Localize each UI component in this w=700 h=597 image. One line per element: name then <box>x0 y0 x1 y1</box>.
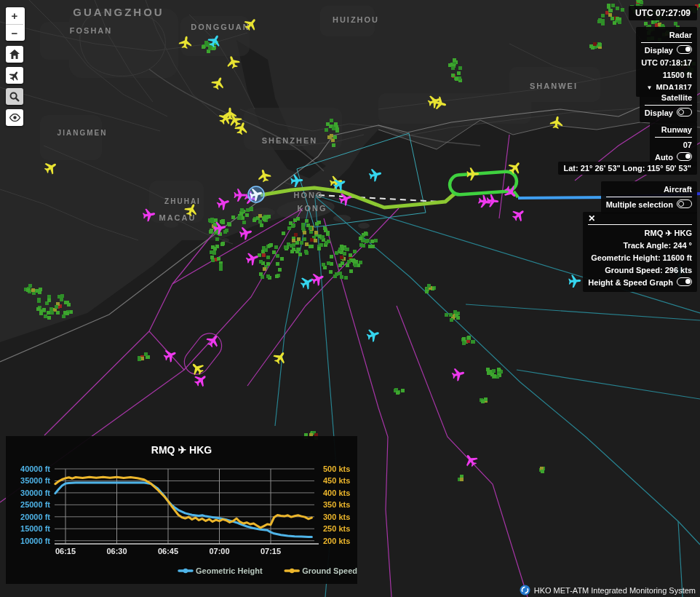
left-axis-tick: 10000 ft <box>20 537 50 545</box>
x-axis-tick: 06:45 <box>158 547 178 556</box>
search-icon <box>9 92 20 102</box>
zoom-out-button[interactable]: − <box>6 24 23 41</box>
multiple-selection-toggle-row[interactable]: Multiple selection <box>606 199 692 211</box>
eye-icon <box>9 114 20 122</box>
left-axis-tick: 30000 ft <box>20 489 50 497</box>
utc-clock: UTC 07:27:09 <box>629 6 697 20</box>
city-label: ZHUHAI <box>164 197 201 205</box>
radar-panel-title: Radar <box>641 29 692 43</box>
x-axis-tick: 06:15 <box>55 547 76 556</box>
height-speed-chart: RMQ ✈ HKG40000 ft500 kts35000 ft450 kts3… <box>6 436 357 584</box>
left-axis-tick: 35000 ft <box>20 476 50 485</box>
left-axis-tick: 40000 ft <box>20 464 50 473</box>
left-axis-tick: 20000 ft <box>20 513 50 521</box>
legend-item[interactable]: Geometric Height <box>179 566 263 575</box>
right-axis-tick: 250 kts <box>323 524 350 533</box>
home-button[interactable] <box>6 46 23 63</box>
right-axis-tick: 400 kts <box>323 489 350 497</box>
height-speed-graph-toggle[interactable] <box>677 277 692 286</box>
hko-logo-icon <box>520 585 530 596</box>
track-blue <box>518 197 610 198</box>
zoom-in-button[interactable]: + <box>6 7 23 24</box>
airplane-icon <box>9 70 20 82</box>
graph-toggle-row[interactable]: Height & Speed Graph <box>588 277 692 289</box>
right-axis-tick: 200 kts <box>323 537 350 545</box>
attribution: HKO MET-ATM Integrated Monitoring System <box>520 585 696 596</box>
aircraft-panel: Aircraft Multiple selection <box>601 181 697 214</box>
map-toolbar: + − <box>6 7 25 130</box>
city-label: JIANGMEN <box>57 129 108 137</box>
runway-auto-label: Auto <box>655 153 673 162</box>
home-icon <box>9 50 20 59</box>
satellite-display-label: Display <box>645 108 673 117</box>
radar-display-toggle[interactable] <box>677 45 692 54</box>
x-axis-tick: 07:15 <box>260 547 281 556</box>
multiple-selection-label: Multiple selection <box>606 200 673 209</box>
satellite-display-toggle[interactable] <box>677 108 692 116</box>
right-axis-tick: 300 kts <box>323 513 350 521</box>
radar-display-toggle-row[interactable]: Display <box>641 44 692 57</box>
satellite-display-toggle-row[interactable]: Display <box>645 107 692 119</box>
right-axis-tick: 500 kts <box>323 464 350 473</box>
divider <box>588 224 692 225</box>
flight-ground-speed: Ground Speed: 296 kts <box>588 264 692 277</box>
multiple-selection-toggle[interactable] <box>677 199 692 208</box>
visibility-button[interactable] <box>6 109 23 126</box>
left-axis-tick: 15000 ft <box>20 524 50 533</box>
right-axis-tick: 450 kts <box>323 476 350 485</box>
runway-panel-title: Runway <box>655 124 692 138</box>
close-icon[interactable]: ✕ <box>588 214 692 223</box>
city-label: KONG <box>298 204 327 213</box>
right-axis-tick: 350 kts <box>323 500 350 509</box>
graph-toggle-label: Height & Speed Graph <box>588 278 673 287</box>
city-label: HUIZHOU <box>333 15 379 24</box>
legend-label: Geometric Height <box>196 566 263 575</box>
city-label: HONG <box>294 191 324 199</box>
city-label: SHENZHEN <box>262 136 318 145</box>
left-axis-tick: 25000 ft <box>20 500 50 509</box>
aircraft-filter-button[interactable] <box>6 67 23 84</box>
runway-auto-toggle[interactable] <box>677 152 692 161</box>
cursor-coordinates: Lat: 21° 26' 53" Long: 115° 50' 53" <box>558 162 697 175</box>
radar-frame-time: UTC 07:18:17 <box>641 57 692 69</box>
legend-item[interactable]: Ground Speed <box>285 566 357 575</box>
radar-altitude: 11500 ft <box>641 69 692 82</box>
x-axis-tick: 07:00 <box>209 547 229 556</box>
city-label: DONGGUAN <box>191 23 250 31</box>
radar-panel: Radar Display UTC 07:18:17 11500 ft ▼MDA… <box>636 27 697 97</box>
flight-geometric-height: Geometric Height: 11600 ft <box>588 252 692 264</box>
city-label: FOSHAN <box>70 26 112 35</box>
runway-panel: Runway 07 Auto <box>650 122 697 167</box>
city-label: SHANWEI <box>530 82 578 90</box>
satellite-panel-title: Satellite <box>645 92 692 106</box>
runway-value: 07 <box>655 139 692 151</box>
search-button[interactable] <box>6 88 23 105</box>
radar-display-label: Display <box>645 46 673 55</box>
satellite-panel: Satellite Display <box>640 90 697 122</box>
flight-route: RMQ ✈ HKG <box>588 227 692 240</box>
height-speed-chart-panel: RMQ ✈ HKG40000 ft500 kts35000 ft450 kts3… <box>6 436 357 584</box>
legend-label: Ground Speed <box>302 566 357 575</box>
flight-track-angle: Track Angle: 244 ° <box>588 240 692 252</box>
flight-info-popup: ✕ RMQ ✈ HKG Track Angle: 244 ° Geometric… <box>583 212 697 292</box>
chart-title: RMQ ✈ HKG <box>151 444 212 456</box>
aircraft-panel-title: Aircraft <box>606 183 692 197</box>
x-axis-tick: 06:30 <box>106 547 127 556</box>
city-label: GUANGZHOU <box>73 6 164 18</box>
attribution-text: HKO MET-ATM Integrated Monitoring System <box>534 586 696 595</box>
series-right <box>55 477 312 528</box>
